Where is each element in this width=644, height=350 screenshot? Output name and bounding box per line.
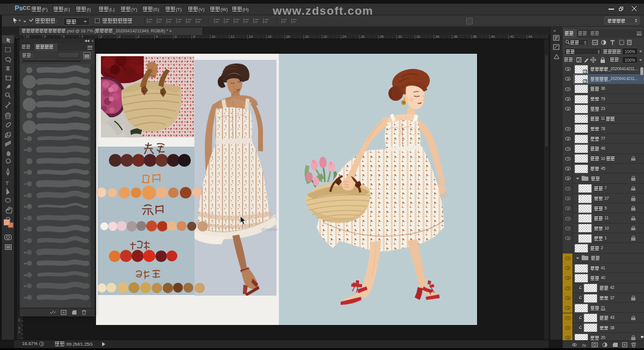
svg-text:fx: fx	[582, 343, 587, 348]
svg-text:T: T	[6, 180, 9, 186]
svg-text:27: 27	[24, 183, 27, 186]
svg-text:35: 35	[24, 251, 27, 254]
svg-text:87: 87	[24, 285, 27, 288]
svg-text:53: 53	[24, 296, 27, 299]
svg-text:35: 35	[24, 228, 27, 231]
svg-text:31: 31	[24, 217, 27, 220]
svg-text:28: 28	[24, 274, 27, 277]
svg-text:36: 36	[24, 205, 27, 208]
svg-text:36: 36	[24, 239, 27, 242]
svg-text:48: 48	[24, 262, 27, 265]
svg-text:59: 59	[24, 171, 27, 174]
svg-text:70: 70	[24, 137, 27, 140]
svg-text:23: 23	[24, 148, 27, 151]
svg-text:26: 26	[24, 194, 27, 197]
